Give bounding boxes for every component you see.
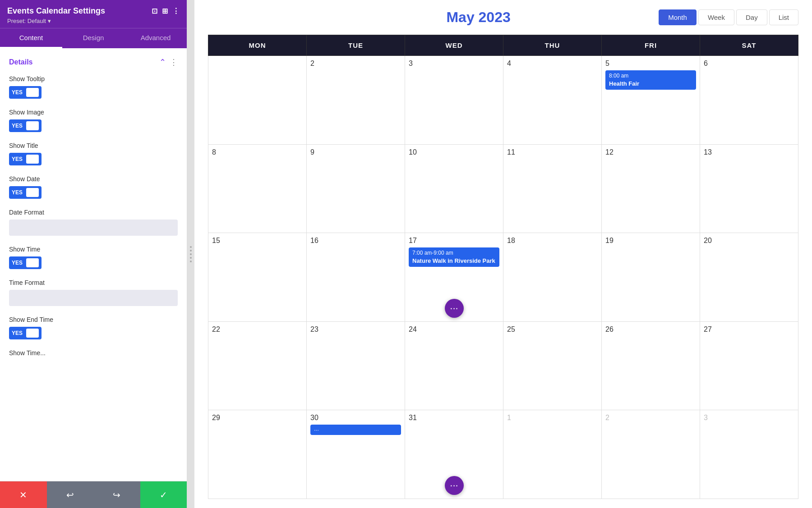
- handle-dot-3: [190, 253, 192, 255]
- col-thu: THU: [503, 35, 602, 56]
- time-format-label: Time Format: [9, 279, 178, 286]
- table-row: 25: [503, 321, 602, 410]
- table-row: 29: [208, 410, 307, 499]
- toggle-yes-label-3: YES: [12, 156, 23, 162]
- sidebar-title-text: Events Calendar Settings: [7, 6, 105, 16]
- sidebar-title-bar: Events Calendar Settings ⊡ ⊞ ⋮: [7, 6, 180, 16]
- preset-label[interactable]: Preset: Default ▾: [7, 18, 180, 28]
- event-partial-30[interactable]: ···: [310, 425, 401, 435]
- tab-advanced[interactable]: Advanced: [125, 28, 187, 48]
- show-date-label: Show Date: [9, 175, 178, 183]
- event-nature-walk[interactable]: 7:00 am-9:00 am Nature Walk in Riverside…: [409, 247, 499, 267]
- fab-button-17[interactable]: ···: [445, 299, 464, 318]
- calendar-nav: May 2023 Month Week Day List: [208, 9, 798, 26]
- table-row: 26: [602, 321, 700, 410]
- toggle-knob-5: [26, 258, 39, 267]
- view-day-button[interactable]: Day: [736, 9, 767, 25]
- toggle-knob-4: [26, 188, 39, 197]
- toggle-knob-6: [26, 329, 39, 338]
- calendar-title: May 2023: [446, 9, 510, 26]
- sidebar-title-icons: ⊡ ⊞ ⋮: [152, 7, 180, 15]
- handle-dot-1: [190, 246, 192, 248]
- table-row: 19: [602, 233, 700, 322]
- table-row: 11: [503, 144, 602, 233]
- time-format-input[interactable]: [9, 290, 178, 306]
- date-format-field: Date Format: [9, 209, 178, 236]
- show-time-toggle[interactable]: YES: [9, 256, 42, 269]
- sidebar-tabs: Content Design Advanced: [0, 28, 187, 48]
- col-wed: WED: [405, 35, 503, 56]
- table-row: 31 ···: [405, 410, 503, 499]
- layout-icon[interactable]: ⊞: [162, 7, 168, 15]
- show-end-time-label: Show End Time: [9, 316, 178, 323]
- date-format-input[interactable]: [9, 220, 178, 236]
- view-list-button[interactable]: List: [769, 9, 798, 25]
- more-icon[interactable]: ⋮: [172, 7, 180, 15]
- cancel-button[interactable]: ✕: [0, 481, 47, 508]
- handle-dot-5: [190, 261, 192, 262]
- table-row: [208, 56, 307, 145]
- table-row: 2: [602, 410, 700, 499]
- table-row: 13: [700, 144, 798, 233]
- table-row: 3: [405, 56, 503, 145]
- view-buttons: Month Week Day List: [659, 9, 798, 25]
- view-month-button[interactable]: Month: [659, 9, 697, 25]
- show-tooltip-toggle-container: YES: [9, 86, 178, 99]
- resize-handle[interactable]: [187, 0, 194, 508]
- event-health-fair[interactable]: 8:00 am Health Fair: [605, 70, 696, 90]
- table-row: 27: [700, 321, 798, 410]
- col-sat: SAT: [700, 35, 798, 56]
- section-chevron-icon[interactable]: ⌃: [159, 57, 166, 67]
- table-row: 29 30 ··· 31 ··· 1 2 3: [208, 410, 798, 499]
- show-title-toggle-container: YES: [9, 153, 178, 165]
- table-row: 17 7:00 am-9:00 am Nature Walk in Rivers…: [405, 233, 503, 322]
- toggle-yes-label-5: YES: [12, 260, 23, 266]
- tab-content[interactable]: Content: [0, 28, 62, 48]
- tab-design[interactable]: Design: [62, 28, 125, 48]
- table-row: 3: [700, 410, 798, 499]
- table-row: 18: [503, 233, 602, 322]
- toggle-knob-3: [26, 155, 39, 164]
- redo-button[interactable]: ↪: [93, 481, 140, 508]
- show-date-field: Show Date YES: [9, 175, 178, 199]
- show-tooltip-field: Show Tooltip YES: [9, 75, 178, 99]
- expand-icon[interactable]: ⊡: [152, 7, 157, 15]
- show-time-part-field: Show Time...: [9, 349, 178, 357]
- handle-dot-4: [190, 257, 192, 259]
- fab-button-31[interactable]: ···: [445, 476, 464, 495]
- show-image-toggle[interactable]: YES: [9, 119, 42, 132]
- section-dots-icon[interactable]: ⋮: [170, 57, 178, 67]
- table-row: 10: [405, 144, 503, 233]
- show-end-time-field: Show End Time YES: [9, 316, 178, 339]
- show-title-toggle[interactable]: YES: [9, 153, 42, 165]
- col-mon: MON: [208, 35, 307, 56]
- table-row: 22 23 24 25 26 27: [208, 321, 798, 410]
- table-row: 24: [405, 321, 503, 410]
- section-controls: ⌃ ⋮: [159, 57, 178, 67]
- table-row: 23: [307, 321, 405, 410]
- show-title-field: Show Title YES: [9, 142, 178, 165]
- show-time-part-label: Show Time...: [9, 349, 178, 357]
- table-row: 22: [208, 321, 307, 410]
- time-format-field: Time Format: [9, 279, 178, 306]
- handle-dots: [190, 245, 192, 263]
- col-tue: TUE: [307, 35, 405, 56]
- main-area: May 2023 Month Week Day List MON TUE WED…: [194, 0, 812, 508]
- table-row: 2 3 4 5 8:00 am Health Fair 6: [208, 56, 798, 145]
- table-row: 15: [208, 233, 307, 322]
- show-tooltip-toggle[interactable]: YES: [9, 86, 42, 99]
- show-title-label: Show Title: [9, 142, 178, 149]
- table-row: 15 16 17 7:00 am-9:00 am Nature Walk in …: [208, 233, 798, 322]
- save-button[interactable]: ✓: [140, 481, 187, 508]
- calendar-table: MON TUE WED THU FRI SAT 2 3 4 5 8:00 am …: [208, 35, 798, 499]
- undo-button[interactable]: ↩: [47, 481, 94, 508]
- table-row: 6: [700, 56, 798, 145]
- details-section-header: Details ⌃ ⋮: [9, 57, 178, 67]
- handle-dot-2: [190, 250, 192, 252]
- toggle-yes-label-6: YES: [12, 330, 23, 336]
- table-row: 9: [307, 144, 405, 233]
- show-date-toggle[interactable]: YES: [9, 186, 42, 199]
- view-week-button[interactable]: Week: [698, 9, 734, 25]
- show-end-time-toggle[interactable]: YES: [9, 327, 42, 339]
- toggle-knob-2: [26, 121, 39, 130]
